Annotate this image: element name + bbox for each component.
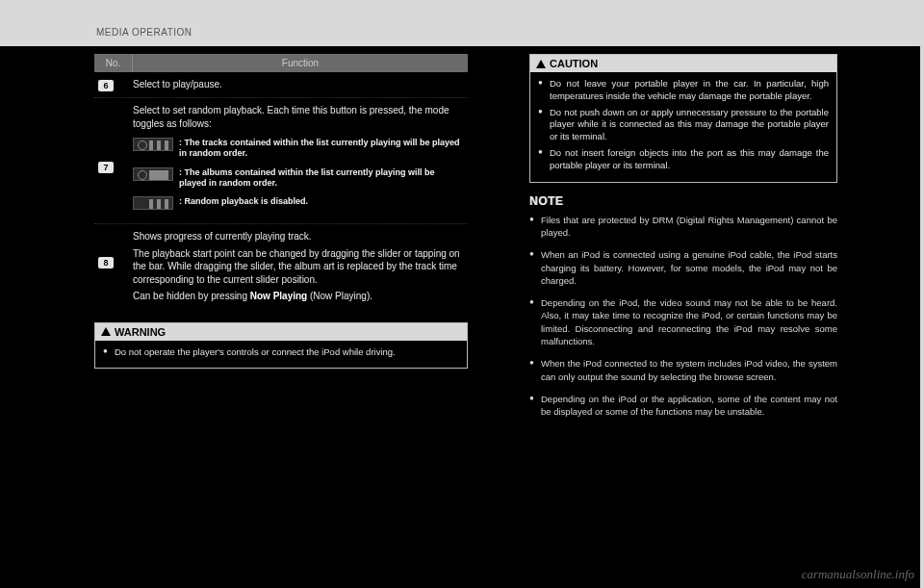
warning-title: WARNING [115,326,166,338]
note-list: Files that are protected by DRM (Digital… [529,214,837,419]
caution-box: CAUTION Do not leave your portable playe… [529,54,837,183]
caution-item-0: Do not leave your portable player in the… [538,78,829,103]
caution-item-2: Do not insert foreign objects into the p… [538,147,829,172]
page: MEDIA OPERATION No. Function 6 Select to… [0,0,924,588]
shuffle-albums-icon [133,167,173,181]
shuffle-mode-albums: : The albums contained within the list c… [133,167,464,190]
now-playing-label: Now Playing [250,291,307,301]
warning-icon [101,327,111,336]
warning-header: WARNING [95,323,467,341]
note-title: NOTE [529,194,837,208]
function-row-8: 8 Shows progress of currently playing tr… [94,224,468,309]
function-table-header: No. Function [94,54,468,72]
warning-item-0: Do not operate the player's controls or … [103,346,459,359]
note-item-3: When the iPod connected to the system in… [529,357,837,383]
note-item-4: Depending on the iPod or the application… [529,393,837,419]
row-number-8: 8 [98,257,114,268]
note-item-0: Files that are protected by DRM (Digital… [529,214,837,240]
row-7-body: Select to set random playback. Each time… [133,104,464,217]
row-8-p1: Shows progress of currently playing trac… [133,230,464,243]
caution-body: Do not leave your portable player in the… [530,72,836,182]
shuffle-off-text: : Random playback is disabled. [179,196,308,210]
caution-header: CAUTION [530,55,836,72]
right-column: CAUTION Do not leave your portable playe… [529,54,837,428]
shuffle-tracks-text: : The tracks contained within the list c… [179,138,464,160]
header-function: Function [133,54,468,72]
row-8-p2: The playback start point can be changed … [133,247,464,287]
caution-icon [536,60,546,68]
shuffle-albums-text: : The albums contained within the list c… [179,167,464,190]
caution-item-1: Do not push down on or apply unnecessary… [538,107,829,143]
function-row-6: 6 Select to play/pause. [94,72,468,98]
shuffle-mode-off: : Random playback is disabled. [133,196,464,210]
warning-body: Do not operate the player's controls or … [95,341,467,369]
shuffle-tracks-icon [133,138,173,151]
shuffle-mode-tracks: : The tracks contained within the list c… [133,138,464,160]
header-no: No. [94,54,133,72]
note-item-2: Depending on the iPod, the video sound m… [529,296,837,347]
warning-box: WARNING Do not operate the player's cont… [94,322,468,370]
topbar [0,0,924,46]
row-number-7: 7 [98,162,114,173]
rightbar [920,0,924,588]
row-7-intro: Select to set random playback. Each time… [133,104,464,130]
watermark: carmanualsonline.info [802,567,914,582]
row-8-body: Shows progress of currently playing trac… [133,230,464,303]
note-item-1: When an iPod is connected using a genuin… [529,248,837,287]
shuffle-off-icon [133,196,173,210]
row-8-p3a: Can be hidden by pressing [133,291,250,301]
left-column: No. Function 6 Select to play/pause. 7 S… [94,54,468,378]
row-8-p3c: (Now Playing). [307,291,372,301]
row-8-p3: Can be hidden by pressing Now Playing (N… [133,290,464,303]
row-number-6: 6 [98,80,114,91]
function-row-7: 7 Select to set random playback. Each ti… [94,98,468,224]
caution-title: CAUTION [550,58,598,69]
row-6-text: Select to play/pause. [133,78,464,91]
section-title: MEDIA OPERATION [96,27,192,38]
